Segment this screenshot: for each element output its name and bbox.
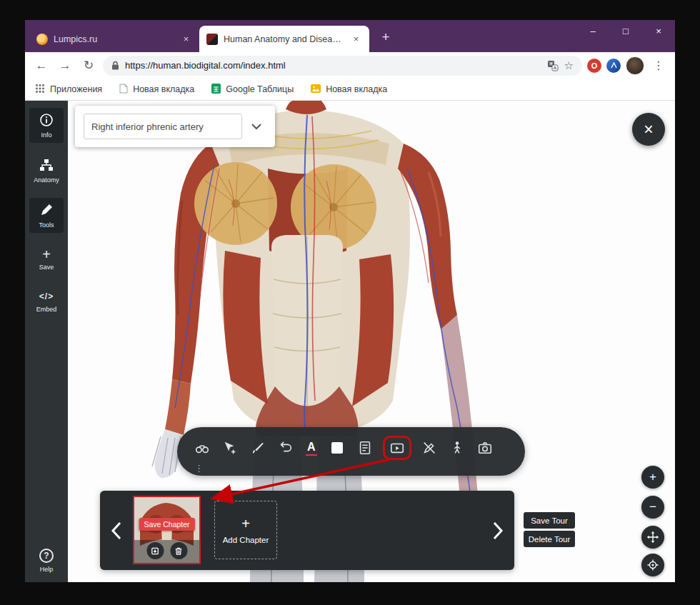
chapters-next-button[interactable]	[487, 515, 509, 546]
back-button[interactable]: ←	[32, 56, 51, 75]
tab-strip: Lumpics.ru × Human Anatomy and Disease i…	[25, 20, 675, 52]
window-controls: – □ ×	[576, 20, 675, 41]
bookmark-star-icon[interactable]: ☆	[564, 59, 574, 72]
undo-icon[interactable]	[278, 440, 294, 456]
color-swatch-icon[interactable]	[329, 440, 345, 456]
zoom-out-button[interactable]: −	[641, 496, 664, 519]
bookmark-label: Google Таблицы	[226, 84, 294, 94]
page-icon	[119, 84, 128, 96]
sidebar-item-info[interactable]: Info	[29, 108, 64, 143]
sidebar-item-label: Embed	[36, 306, 57, 313]
biodigital-favicon	[206, 34, 218, 45]
lumpics-favicon	[36, 34, 48, 45]
bookmarks-bar: Приложения Новая вкладка Google Таблицы …	[25, 79, 675, 101]
tab-close-icon[interactable]: ×	[350, 33, 362, 45]
sidebar-item-label: Anatomy	[34, 176, 59, 184]
toolbar-more-icon[interactable]: ⋮	[194, 463, 204, 474]
chapters-bar: Save Chapter + Add Chapter	[100, 491, 514, 570]
app-sidebar: Info Anatomy Tools + Save </> Embed	[25, 101, 68, 582]
minimize-button[interactable]: –	[576, 20, 609, 41]
export-chapter-button[interactable]	[146, 542, 164, 559]
browser-window: Lumpics.ru × Human Anatomy and Disease i…	[25, 20, 675, 582]
chapter-thumbnail[interactable]: Save Chapter	[133, 496, 201, 564]
sidebar-item-embed[interactable]: </> Embed	[29, 285, 64, 317]
pencil-icon	[39, 203, 54, 219]
maximize-button[interactable]: □	[609, 20, 642, 41]
bookmark-item[interactable]: Google Таблицы	[211, 84, 294, 96]
forward-button[interactable]: →	[56, 56, 74, 75]
bookmark-item[interactable]: Новая вкладка	[119, 84, 194, 96]
help-icon: ?	[39, 549, 54, 563]
select-add-icon[interactable]	[222, 440, 238, 456]
pan-button[interactable]	[641, 526, 664, 549]
url-text: https://human.biodigital.com/index.html	[125, 60, 541, 71]
apps-grid-icon	[35, 84, 45, 96]
plus-icon: +	[42, 248, 51, 261]
profile-avatar[interactable]	[626, 56, 644, 75]
extension-icon-blue[interactable]	[606, 59, 621, 73]
no-annotate-icon[interactable]	[421, 440, 437, 456]
tab-biodigital[interactable]: Human Anatomy and Disease in ×	[199, 26, 369, 52]
sidebar-item-save[interactable]: + Save	[29, 243, 64, 275]
info-icon	[39, 113, 54, 129]
anatomy-tree-icon	[39, 158, 54, 174]
sidebar-item-label: Save	[39, 264, 54, 271]
sheets-icon	[211, 84, 221, 96]
center-model-button[interactable]	[641, 554, 664, 576]
plus-icon: +	[241, 516, 250, 531]
apps-shortcut[interactable]: Приложения	[35, 84, 102, 96]
sidebar-item-label: Info	[41, 131, 51, 139]
chapters-prev-button[interactable]	[106, 515, 127, 546]
save-chapter-button[interactable]: Save Chapter	[139, 518, 194, 531]
video-icon[interactable]	[389, 440, 405, 456]
close-viewer-button[interactable]: ×	[632, 113, 665, 146]
reload-button[interactable]: ↻	[79, 56, 98, 75]
bookmark-label: Новая вкладка	[133, 84, 194, 94]
notes-icon[interactable]	[357, 440, 373, 456]
move-arrows-icon	[646, 531, 659, 544]
tab-close-icon[interactable]: ×	[180, 33, 192, 45]
tab-title: Lumpics.ru	[54, 34, 174, 44]
translate-icon[interactable]	[547, 60, 559, 71]
extension-icon-red[interactable]: O	[587, 59, 601, 73]
pose-tool-icon[interactable]	[449, 440, 465, 456]
add-chapter-label: Add Chapter	[223, 536, 269, 544]
sidebar-item-tools[interactable]: Tools	[29, 198, 64, 233]
delete-chapter-button[interactable]	[170, 542, 187, 559]
sidebar-item-anatomy[interactable]: Anatomy	[29, 153, 64, 188]
anatomy-viewer: × A	[68, 101, 675, 582]
paint-brush-icon[interactable]	[250, 440, 266, 456]
chapter-actions	[146, 542, 187, 559]
address-bar: ← → ↻ https://human.biodigital.com/index…	[25, 52, 675, 79]
add-chapter-button[interactable]: + Add Chapter	[214, 501, 277, 559]
tab-title: Human Anatomy and Disease in	[224, 34, 344, 44]
crosshair-icon	[646, 559, 659, 571]
camera-icon[interactable]	[477, 440, 493, 456]
close-window-button[interactable]: ×	[642, 20, 675, 41]
binoculars-icon[interactable]	[194, 440, 210, 456]
chevron-down-icon[interactable]	[246, 116, 266, 136]
save-tour-button[interactable]: Save Tour	[524, 512, 575, 529]
structure-dropdown-panel	[75, 106, 275, 147]
page-content: Info Anatomy Tools + Save </> Embed	[25, 101, 675, 582]
video-tool-highlight	[383, 436, 411, 460]
sidebar-item-help[interactable]: ? Help	[25, 549, 68, 573]
sidebar-item-label: Help	[40, 566, 54, 573]
browser-menu-icon[interactable]: ⋮	[649, 59, 668, 72]
tab-lumpics[interactable]: Lumpics.ru ×	[29, 26, 199, 52]
code-icon: </>	[39, 290, 54, 303]
text-tool-icon[interactable]: A	[306, 440, 317, 456]
new-tab-button[interactable]: +	[375, 26, 396, 48]
annotation-toolbar: A	[177, 427, 525, 476]
url-bar[interactable]: https://human.biodigital.com/index.html …	[103, 56, 582, 76]
lock-icon	[111, 61, 119, 70]
bookmark-item[interactable]: Новая вкладка	[311, 84, 387, 95]
bookmark-label: Новая вкладка	[326, 84, 387, 94]
sidebar-item-label: Tools	[39, 221, 54, 229]
structure-dropdown-input[interactable]	[84, 114, 242, 139]
delete-tour-button[interactable]: Delete Tour	[524, 531, 575, 547]
zoom-in-button[interactable]: +	[641, 466, 664, 489]
apps-label: Приложения	[50, 84, 102, 94]
image-icon	[311, 84, 321, 95]
